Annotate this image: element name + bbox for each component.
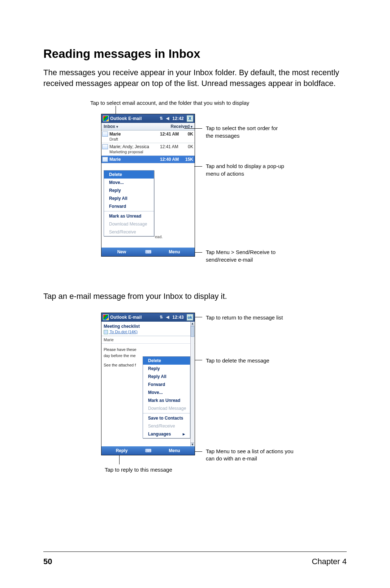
- soft-key-bar: New ⌨ Menu: [101, 248, 195, 256]
- signal-icon: ⇅: [159, 315, 164, 320]
- footer-rule: [43, 551, 347, 552]
- read-tag: ead.: [155, 235, 162, 239]
- softkey-menu[interactable]: Menu: [154, 448, 195, 453]
- menu-reply-all[interactable]: Reply All: [104, 194, 154, 202]
- figure-message-view: Outlook E-mail ⇅ ◀ 12:43 ok Meeting chec…: [69, 313, 321, 482]
- scroll-thumb[interactable]: [191, 326, 194, 337]
- scroll-up-icon[interactable]: ▲: [191, 322, 194, 326]
- message-menu: Delete Reply Reply All Forward Move... M…: [143, 356, 190, 438]
- menu-move[interactable]: Move...: [143, 389, 190, 396]
- menu-move[interactable]: Move...: [104, 179, 154, 186]
- message-header: Meeting checklist To Do.dot (14K): [101, 322, 195, 336]
- figure-inbox-list: Tap to select email account, and the fol…: [69, 99, 321, 269]
- scrollbar[interactable]: ▲ ▼: [190, 322, 194, 447]
- keyboard-icon[interactable]: ⌨: [142, 448, 154, 453]
- menu-delete[interactable]: Delete: [104, 171, 154, 179]
- menu-forward[interactable]: Forward: [143, 381, 190, 389]
- context-menu: Delete Move... Reply Reply All Forward M…: [104, 170, 154, 236]
- chevron-right-icon: ▸: [183, 432, 185, 437]
- menu-download-message: Download Message: [143, 404, 190, 412]
- page-number: 50: [43, 557, 52, 566]
- callout-delete: Tap to delete the message: [206, 357, 296, 364]
- intro-paragraph: The messages you receive appear in your …: [43, 67, 347, 89]
- screenshot-message: Outlook E-mail ⇅ ◀ 12:43 ok Meeting chec…: [101, 313, 195, 455]
- message-row-selected[interactable]: Marie 12:40 AM 15K: [101, 156, 195, 163]
- message-row[interactable]: MarieDraft 12:41 AM 0K: [101, 130, 195, 143]
- start-icon[interactable]: [103, 116, 109, 121]
- callout-popup: Tap and hold to display a pop-up menu of…: [206, 163, 285, 177]
- menu-send-receive: Send/Receive: [104, 228, 154, 236]
- keyboard-icon[interactable]: ⌨: [142, 249, 154, 254]
- volume-icon: ◀: [165, 116, 170, 121]
- message-row[interactable]: Marie; Andy; JessicaMarketing proposal 1…: [101, 143, 195, 156]
- titlebar: Outlook E-mail ⇅ ◀ 12:43 ok: [101, 313, 195, 322]
- clock: 12:42: [172, 116, 184, 121]
- menu-languages[interactable]: Languages▸: [143, 430, 190, 438]
- titlebar: Outlook E-mail ⇅ ◀ 12:42 X: [101, 114, 195, 123]
- close-button[interactable]: X: [187, 115, 193, 122]
- start-icon[interactable]: [103, 314, 109, 320]
- menu-reply[interactable]: Reply: [143, 365, 190, 373]
- menu-delete[interactable]: Delete: [143, 357, 190, 365]
- softkey-reply[interactable]: Reply: [101, 448, 142, 453]
- attachment-icon: [104, 330, 108, 334]
- softkey-new[interactable]: New: [101, 249, 142, 254]
- signal-icon: ⇅: [159, 116, 164, 121]
- from-line: Marie: [101, 336, 195, 344]
- menu-send-receive: Send/Receive: [143, 422, 190, 430]
- menu-reply-all[interactable]: Reply All: [143, 373, 190, 381]
- ok-button[interactable]: ok: [187, 314, 193, 321]
- folder-dropdown[interactable]: Inbox: [104, 124, 118, 129]
- softkey-menu[interactable]: Menu: [154, 249, 195, 254]
- callout-menu-actions: Tap Menu to see a list of actions you ca…: [206, 448, 296, 463]
- screenshot-inbox: Outlook E-mail ⇅ ◀ 12:42 X Inbox Receive…: [101, 114, 195, 257]
- volume-icon: ◀: [165, 315, 170, 320]
- chapter-label: Chapter 4: [312, 557, 347, 566]
- list-header: Inbox Received: [101, 123, 195, 130]
- clock: 12:43: [172, 315, 184, 320]
- body2-paragraph: Tap an e-mail message from your Inbox to…: [43, 291, 347, 302]
- page-heading: Reading messages in Inbox: [43, 47, 347, 61]
- attachment-link[interactable]: To Do.dot (14K): [104, 330, 192, 334]
- mail-icon: [102, 132, 108, 137]
- menu-download-message: Download Message: [104, 220, 154, 228]
- app-title: Outlook E-mail: [110, 315, 142, 320]
- menu-save-to-contacts[interactable]: Save to Contacts: [143, 414, 190, 422]
- soft-key-bar: Reply ⌨ Menu: [101, 446, 195, 455]
- callout-reply: Tap to reply to this message: [105, 466, 191, 473]
- mail-icon: [102, 144, 108, 149]
- callout-return: Tap to return to the message list: [206, 314, 296, 321]
- callout-send-receive: Tap Menu > Send/Receive to send/receive …: [206, 249, 285, 263]
- mail-icon: [102, 157, 108, 162]
- app-title: Outlook E-mail: [110, 116, 142, 121]
- callout-select-account: Tap to select email account, and the fol…: [90, 99, 285, 107]
- message-subject: Meeting checklist: [104, 324, 192, 329]
- menu-reply[interactable]: Reply: [104, 186, 154, 194]
- callout-sort-order: Tap to select the sort order for the mes…: [206, 125, 285, 140]
- menu-forward[interactable]: Forward: [104, 202, 154, 210]
- menu-mark-unread[interactable]: Mark as Unread: [104, 212, 154, 220]
- menu-mark-unread[interactable]: Mark as Unread: [143, 396, 190, 404]
